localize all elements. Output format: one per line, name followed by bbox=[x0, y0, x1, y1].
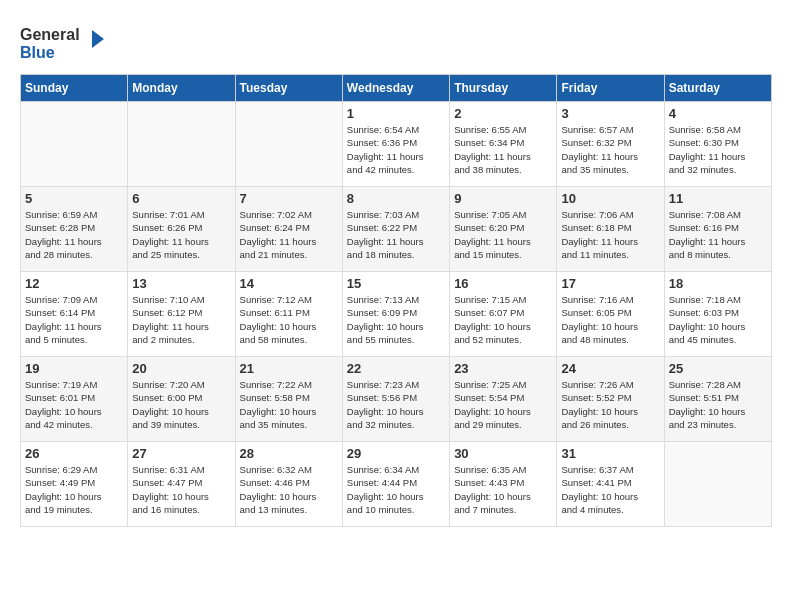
calendar-cell: 25Sunrise: 7:28 AM Sunset: 5:51 PM Dayli… bbox=[664, 357, 771, 442]
calendar-cell: 4Sunrise: 6:58 AM Sunset: 6:30 PM Daylig… bbox=[664, 102, 771, 187]
day-info: Sunrise: 7:23 AM Sunset: 5:56 PM Dayligh… bbox=[347, 378, 445, 431]
calendar-cell: 21Sunrise: 7:22 AM Sunset: 5:58 PM Dayli… bbox=[235, 357, 342, 442]
day-number: 3 bbox=[561, 106, 659, 121]
header-monday: Monday bbox=[128, 75, 235, 102]
calendar-cell: 3Sunrise: 6:57 AM Sunset: 6:32 PM Daylig… bbox=[557, 102, 664, 187]
day-number: 21 bbox=[240, 361, 338, 376]
calendar-cell: 2Sunrise: 6:55 AM Sunset: 6:34 PM Daylig… bbox=[450, 102, 557, 187]
day-info: Sunrise: 7:26 AM Sunset: 5:52 PM Dayligh… bbox=[561, 378, 659, 431]
day-info: Sunrise: 7:18 AM Sunset: 6:03 PM Dayligh… bbox=[669, 293, 767, 346]
day-info: Sunrise: 7:13 AM Sunset: 6:09 PM Dayligh… bbox=[347, 293, 445, 346]
day-number: 11 bbox=[669, 191, 767, 206]
calendar-cell: 8Sunrise: 7:03 AM Sunset: 6:22 PM Daylig… bbox=[342, 187, 449, 272]
day-number: 14 bbox=[240, 276, 338, 291]
day-info: Sunrise: 7:20 AM Sunset: 6:00 PM Dayligh… bbox=[132, 378, 230, 431]
svg-text:General: General bbox=[20, 26, 80, 43]
weekday-header-row: SundayMondayTuesdayWednesdayThursdayFrid… bbox=[21, 75, 772, 102]
logo-icon: GeneralBlue bbox=[20, 20, 110, 64]
calendar-cell: 16Sunrise: 7:15 AM Sunset: 6:07 PM Dayli… bbox=[450, 272, 557, 357]
day-number: 24 bbox=[561, 361, 659, 376]
week-row-1: 1Sunrise: 6:54 AM Sunset: 6:36 PM Daylig… bbox=[21, 102, 772, 187]
day-number: 10 bbox=[561, 191, 659, 206]
week-row-4: 19Sunrise: 7:19 AM Sunset: 6:01 PM Dayli… bbox=[21, 357, 772, 442]
calendar-cell: 13Sunrise: 7:10 AM Sunset: 6:12 PM Dayli… bbox=[128, 272, 235, 357]
day-info: Sunrise: 7:12 AM Sunset: 6:11 PM Dayligh… bbox=[240, 293, 338, 346]
calendar-cell: 28Sunrise: 6:32 AM Sunset: 4:46 PM Dayli… bbox=[235, 442, 342, 527]
day-info: Sunrise: 7:02 AM Sunset: 6:24 PM Dayligh… bbox=[240, 208, 338, 261]
calendar-cell: 17Sunrise: 7:16 AM Sunset: 6:05 PM Dayli… bbox=[557, 272, 664, 357]
day-number: 5 bbox=[25, 191, 123, 206]
day-info: Sunrise: 7:03 AM Sunset: 6:22 PM Dayligh… bbox=[347, 208, 445, 261]
week-row-2: 5Sunrise: 6:59 AM Sunset: 6:28 PM Daylig… bbox=[21, 187, 772, 272]
day-info: Sunrise: 6:58 AM Sunset: 6:30 PM Dayligh… bbox=[669, 123, 767, 176]
week-row-5: 26Sunrise: 6:29 AM Sunset: 4:49 PM Dayli… bbox=[21, 442, 772, 527]
calendar-cell: 1Sunrise: 6:54 AM Sunset: 6:36 PM Daylig… bbox=[342, 102, 449, 187]
day-number: 26 bbox=[25, 446, 123, 461]
calendar-cell: 18Sunrise: 7:18 AM Sunset: 6:03 PM Dayli… bbox=[664, 272, 771, 357]
day-info: Sunrise: 6:34 AM Sunset: 4:44 PM Dayligh… bbox=[347, 463, 445, 516]
day-number: 15 bbox=[347, 276, 445, 291]
day-number: 1 bbox=[347, 106, 445, 121]
day-number: 29 bbox=[347, 446, 445, 461]
day-info: Sunrise: 7:10 AM Sunset: 6:12 PM Dayligh… bbox=[132, 293, 230, 346]
calendar-cell: 12Sunrise: 7:09 AM Sunset: 6:14 PM Dayli… bbox=[21, 272, 128, 357]
day-number: 16 bbox=[454, 276, 552, 291]
header-thursday: Thursday bbox=[450, 75, 557, 102]
day-number: 20 bbox=[132, 361, 230, 376]
day-info: Sunrise: 7:01 AM Sunset: 6:26 PM Dayligh… bbox=[132, 208, 230, 261]
day-number: 4 bbox=[669, 106, 767, 121]
svg-marker-2 bbox=[92, 30, 104, 48]
calendar-cell: 27Sunrise: 6:31 AM Sunset: 4:47 PM Dayli… bbox=[128, 442, 235, 527]
day-number: 6 bbox=[132, 191, 230, 206]
day-number: 22 bbox=[347, 361, 445, 376]
calendar-cell: 19Sunrise: 7:19 AM Sunset: 6:01 PM Dayli… bbox=[21, 357, 128, 442]
day-number: 8 bbox=[347, 191, 445, 206]
day-info: Sunrise: 6:35 AM Sunset: 4:43 PM Dayligh… bbox=[454, 463, 552, 516]
calendar-cell: 11Sunrise: 7:08 AM Sunset: 6:16 PM Dayli… bbox=[664, 187, 771, 272]
calendar-cell: 5Sunrise: 6:59 AM Sunset: 6:28 PM Daylig… bbox=[21, 187, 128, 272]
day-info: Sunrise: 7:15 AM Sunset: 6:07 PM Dayligh… bbox=[454, 293, 552, 346]
calendar-cell: 14Sunrise: 7:12 AM Sunset: 6:11 PM Dayli… bbox=[235, 272, 342, 357]
day-info: Sunrise: 6:57 AM Sunset: 6:32 PM Dayligh… bbox=[561, 123, 659, 176]
day-info: Sunrise: 7:19 AM Sunset: 6:01 PM Dayligh… bbox=[25, 378, 123, 431]
day-info: Sunrise: 7:28 AM Sunset: 5:51 PM Dayligh… bbox=[669, 378, 767, 431]
day-number: 19 bbox=[25, 361, 123, 376]
day-info: Sunrise: 6:37 AM Sunset: 4:41 PM Dayligh… bbox=[561, 463, 659, 516]
header: GeneralBlue bbox=[20, 20, 772, 64]
day-info: Sunrise: 7:06 AM Sunset: 6:18 PM Dayligh… bbox=[561, 208, 659, 261]
calendar-cell bbox=[21, 102, 128, 187]
calendar-cell: 26Sunrise: 6:29 AM Sunset: 4:49 PM Dayli… bbox=[21, 442, 128, 527]
day-number: 9 bbox=[454, 191, 552, 206]
day-number: 13 bbox=[132, 276, 230, 291]
day-info: Sunrise: 6:55 AM Sunset: 6:34 PM Dayligh… bbox=[454, 123, 552, 176]
calendar-cell: 24Sunrise: 7:26 AM Sunset: 5:52 PM Dayli… bbox=[557, 357, 664, 442]
calendar-cell bbox=[664, 442, 771, 527]
calendar-cell: 22Sunrise: 7:23 AM Sunset: 5:56 PM Dayli… bbox=[342, 357, 449, 442]
svg-text:Blue: Blue bbox=[20, 44, 55, 61]
day-info: Sunrise: 6:31 AM Sunset: 4:47 PM Dayligh… bbox=[132, 463, 230, 516]
day-number: 7 bbox=[240, 191, 338, 206]
day-info: Sunrise: 6:29 AM Sunset: 4:49 PM Dayligh… bbox=[25, 463, 123, 516]
day-number: 12 bbox=[25, 276, 123, 291]
header-saturday: Saturday bbox=[664, 75, 771, 102]
week-row-3: 12Sunrise: 7:09 AM Sunset: 6:14 PM Dayli… bbox=[21, 272, 772, 357]
calendar-cell: 6Sunrise: 7:01 AM Sunset: 6:26 PM Daylig… bbox=[128, 187, 235, 272]
day-info: Sunrise: 7:25 AM Sunset: 5:54 PM Dayligh… bbox=[454, 378, 552, 431]
day-info: Sunrise: 7:16 AM Sunset: 6:05 PM Dayligh… bbox=[561, 293, 659, 346]
day-number: 31 bbox=[561, 446, 659, 461]
day-number: 23 bbox=[454, 361, 552, 376]
day-info: Sunrise: 6:32 AM Sunset: 4:46 PM Dayligh… bbox=[240, 463, 338, 516]
calendar-cell: 29Sunrise: 6:34 AM Sunset: 4:44 PM Dayli… bbox=[342, 442, 449, 527]
day-number: 25 bbox=[669, 361, 767, 376]
calendar-cell bbox=[235, 102, 342, 187]
calendar-cell: 7Sunrise: 7:02 AM Sunset: 6:24 PM Daylig… bbox=[235, 187, 342, 272]
calendar-cell: 9Sunrise: 7:05 AM Sunset: 6:20 PM Daylig… bbox=[450, 187, 557, 272]
day-info: Sunrise: 7:22 AM Sunset: 5:58 PM Dayligh… bbox=[240, 378, 338, 431]
calendar-cell: 20Sunrise: 7:20 AM Sunset: 6:00 PM Dayli… bbox=[128, 357, 235, 442]
calendar-cell: 23Sunrise: 7:25 AM Sunset: 5:54 PM Dayli… bbox=[450, 357, 557, 442]
day-number: 17 bbox=[561, 276, 659, 291]
day-number: 2 bbox=[454, 106, 552, 121]
calendar-cell bbox=[128, 102, 235, 187]
day-info: Sunrise: 7:09 AM Sunset: 6:14 PM Dayligh… bbox=[25, 293, 123, 346]
calendar-cell: 15Sunrise: 7:13 AM Sunset: 6:09 PM Dayli… bbox=[342, 272, 449, 357]
